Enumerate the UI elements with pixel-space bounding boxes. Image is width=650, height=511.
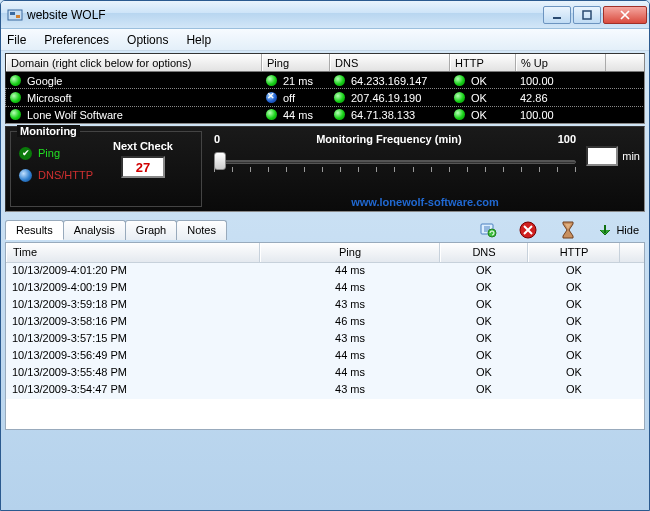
- http-status-icon: [454, 92, 465, 103]
- result-row[interactable]: 10/13/2009-4:00:19 PM44 msOKOK: [6, 280, 644, 297]
- menu-file[interactable]: File: [7, 33, 26, 47]
- refresh-button[interactable]: [478, 220, 498, 240]
- result-row[interactable]: 10/13/2009-3:55:48 PM44 msOKOK: [6, 365, 644, 382]
- result-dns: OK: [440, 348, 528, 365]
- result-dns: OK: [440, 314, 528, 331]
- result-row[interactable]: 10/13/2009-3:59:18 PM43 msOKOK: [6, 297, 644, 314]
- monitor-dnshttp[interactable]: DNS/HTTP: [19, 164, 113, 186]
- next-check-label: Next Check: [113, 140, 173, 152]
- svg-point-6: [488, 229, 496, 237]
- titlebar[interactable]: website WOLF: [1, 1, 649, 29]
- col-ping[interactable]: Ping: [262, 54, 330, 71]
- dns-status-icon: [334, 109, 345, 120]
- http-status-icon: [454, 75, 465, 86]
- ping-status-icon: [266, 75, 277, 86]
- rcol-dns[interactable]: DNS: [440, 243, 528, 262]
- result-row[interactable]: 10/13/2009-3:54:47 PM43 msOKOK: [6, 382, 644, 399]
- status-dot-icon: [10, 92, 21, 103]
- result-dns: OK: [440, 365, 528, 382]
- up-value: 100.00: [520, 75, 554, 87]
- close-button[interactable]: [603, 6, 647, 24]
- menu-preferences[interactable]: Preferences: [44, 33, 109, 47]
- tab-notes[interactable]: Notes: [176, 220, 227, 240]
- freq-title: Monitoring Frequency (min): [220, 133, 558, 145]
- result-ping: 43 ms: [260, 297, 440, 314]
- mid-panel: Monitoring ✔ Ping DNS/HTTP Next Check: [5, 126, 645, 212]
- menu-options[interactable]: Options: [127, 33, 168, 47]
- rcol-http[interactable]: HTTP: [528, 243, 620, 262]
- result-row[interactable]: 10/13/2009-4:01:20 PM44 msOKOK: [6, 263, 644, 280]
- col-dns[interactable]: DNS: [330, 54, 450, 71]
- monitor-ping[interactable]: ✔ Ping: [19, 142, 113, 164]
- col-up[interactable]: % Up: [516, 54, 606, 71]
- dns-value: 64.233.169.147: [351, 75, 427, 87]
- result-row[interactable]: 10/13/2009-3:57:15 PM43 msOKOK: [6, 331, 644, 348]
- window-title: website WOLF: [27, 8, 543, 22]
- result-ping: 46 ms: [260, 314, 440, 331]
- site-row[interactable]: Microsoftoff207.46.19.190OK42.86: [6, 89, 644, 106]
- result-time: 10/13/2009-4:01:20 PM: [6, 263, 260, 280]
- ping-value: 21 ms: [283, 75, 313, 87]
- result-time: 10/13/2009-3:55:48 PM: [6, 365, 260, 382]
- frequency-unit: min: [622, 150, 640, 162]
- slider-thumb[interactable]: [214, 152, 226, 170]
- result-row[interactable]: 10/13/2009-3:56:49 PM44 msOKOK: [6, 348, 644, 365]
- hide-icon: [598, 223, 612, 237]
- minimize-button[interactable]: [543, 6, 571, 24]
- dns-value: 207.46.19.190: [351, 92, 421, 104]
- svg-rect-2: [16, 15, 20, 18]
- svg-rect-1: [10, 12, 15, 15]
- tab-results[interactable]: Results: [5, 220, 64, 240]
- result-time: 10/13/2009-3:54:47 PM: [6, 382, 260, 399]
- result-time: 10/13/2009-3:56:49 PM: [6, 348, 260, 365]
- svg-rect-3: [553, 17, 561, 19]
- rcol-time[interactable]: Time: [6, 243, 260, 262]
- timer-button[interactable]: [558, 220, 578, 240]
- result-http: OK: [528, 365, 620, 382]
- globe-icon: [19, 169, 32, 182]
- menu-help[interactable]: Help: [186, 33, 211, 47]
- result-http: OK: [528, 280, 620, 297]
- result-time: 10/13/2009-4:00:19 PM: [6, 280, 260, 297]
- http-value: OK: [471, 92, 487, 104]
- frequency-slider[interactable]: [214, 149, 576, 175]
- maximize-button[interactable]: [573, 6, 601, 24]
- result-http: OK: [528, 382, 620, 399]
- result-http: OK: [528, 263, 620, 280]
- results-panel: Time Ping DNS HTTP 10/13/2009-4:01:20 PM…: [5, 242, 645, 430]
- frequency-input[interactable]: 1: [586, 146, 618, 166]
- ping-value: 44 ms: [283, 109, 313, 121]
- rcol-ping[interactable]: Ping: [260, 243, 440, 262]
- website-link[interactable]: www.lonewolf-software.com: [206, 196, 644, 208]
- monitoring-box: Monitoring ✔ Ping DNS/HTTP Next Check: [10, 131, 202, 207]
- result-dns: OK: [440, 382, 528, 399]
- ping-value: off: [283, 92, 295, 104]
- result-http: OK: [528, 314, 620, 331]
- site-row[interactable]: Google21 ms64.233.169.147OK100.00: [6, 72, 644, 89]
- result-time: 10/13/2009-3:58:16 PM: [6, 314, 260, 331]
- up-value: 42.86: [520, 92, 548, 104]
- site-row[interactable]: Lone Wolf Software44 ms64.71.38.133OK100…: [6, 106, 644, 123]
- next-check-value: 27: [121, 156, 165, 178]
- tab-analysis[interactable]: Analysis: [63, 220, 126, 240]
- tab-graph[interactable]: Graph: [125, 220, 178, 240]
- col-domain[interactable]: Domain (right click below for options): [6, 54, 262, 71]
- dns-value: 64.71.38.133: [351, 109, 415, 121]
- col-http[interactable]: HTTP: [450, 54, 516, 71]
- sites-header: Domain (right click below for options) P…: [6, 54, 644, 72]
- up-value: 100.00: [520, 109, 554, 121]
- site-name: Microsoft: [27, 92, 72, 104]
- result-ping: 44 ms: [260, 280, 440, 297]
- monitoring-title: Monitoring: [17, 125, 80, 137]
- stop-button[interactable]: [518, 220, 538, 240]
- results-header: Time Ping DNS HTTP: [6, 243, 644, 263]
- status-dot-icon: [10, 75, 21, 86]
- site-name: Lone Wolf Software: [27, 109, 123, 121]
- result-row[interactable]: 10/13/2009-3:58:16 PM46 msOKOK: [6, 314, 644, 331]
- result-ping: 43 ms: [260, 382, 440, 399]
- result-dns: OK: [440, 263, 528, 280]
- freq-max: 100: [558, 133, 576, 145]
- ping-status-icon: [266, 109, 277, 120]
- result-ping: 44 ms: [260, 365, 440, 382]
- hide-button[interactable]: Hide: [598, 223, 639, 237]
